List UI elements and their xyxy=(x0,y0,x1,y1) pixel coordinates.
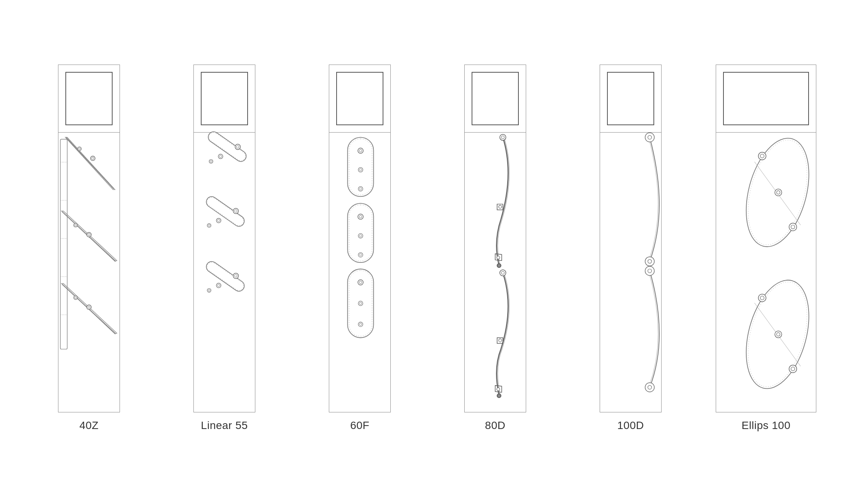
svg-point-57 xyxy=(359,254,362,256)
product-grid: 40Z xyxy=(21,49,834,455)
label-80d: 80D xyxy=(485,419,506,432)
svg-point-5 xyxy=(88,233,90,236)
svg-point-103 xyxy=(776,333,780,336)
svg-point-7 xyxy=(75,224,77,226)
svg-point-31 xyxy=(217,220,220,222)
svg-point-92 xyxy=(760,154,764,158)
svg-point-83 xyxy=(648,259,652,263)
svg-rect-26 xyxy=(204,194,246,228)
item-col-40z: 40Z xyxy=(21,65,157,432)
label-40z: 40Z xyxy=(79,419,99,432)
svg-point-79 xyxy=(497,394,501,398)
card-linear55 xyxy=(193,65,255,412)
svg-point-76 xyxy=(501,271,504,274)
label-100d: 100D xyxy=(617,419,644,432)
svg-point-55 xyxy=(359,235,362,237)
item-col-60f: 60F xyxy=(292,65,428,432)
item-col-ellips100: Ellips 100 xyxy=(698,65,834,432)
drawing-80d xyxy=(465,65,526,412)
svg-point-78 xyxy=(497,388,500,391)
card-40z xyxy=(58,65,120,412)
card-60f xyxy=(329,65,391,412)
svg-point-69 xyxy=(501,136,504,139)
svg-point-1 xyxy=(92,157,94,160)
svg-point-65 xyxy=(359,323,362,325)
svg-point-70 xyxy=(499,205,502,208)
svg-point-101 xyxy=(760,296,764,300)
svg-point-47 xyxy=(359,169,362,171)
card-100d xyxy=(600,65,662,412)
svg-point-11 xyxy=(75,297,77,299)
svg-point-71 xyxy=(497,256,500,259)
svg-point-29 xyxy=(234,209,237,212)
svg-point-61 xyxy=(359,281,362,284)
svg-point-41 xyxy=(208,289,210,291)
svg-point-96 xyxy=(791,225,795,229)
drawing-60f xyxy=(329,65,390,412)
label-60f: 60F xyxy=(350,419,369,432)
svg-point-21 xyxy=(236,146,239,148)
svg-point-94 xyxy=(776,191,780,194)
svg-point-23 xyxy=(219,155,222,158)
label-ellips100: Ellips 100 xyxy=(742,419,790,432)
svg-point-45 xyxy=(359,149,362,152)
svg-rect-34 xyxy=(204,259,246,293)
svg-point-87 xyxy=(648,385,652,389)
svg-point-37 xyxy=(234,274,237,277)
drawing-ellips100 xyxy=(716,65,816,412)
svg-rect-12 xyxy=(60,139,67,349)
svg-point-25 xyxy=(210,160,212,162)
svg-point-3 xyxy=(79,148,80,150)
svg-point-33 xyxy=(208,225,210,226)
svg-point-77 xyxy=(499,339,502,342)
item-col-80d: 80D xyxy=(428,65,563,432)
svg-point-72 xyxy=(497,264,501,267)
svg-point-63 xyxy=(359,302,362,305)
svg-point-39 xyxy=(217,284,220,287)
item-col-100d: 100D xyxy=(563,65,698,432)
drawing-linear55 xyxy=(194,65,255,412)
svg-point-85 xyxy=(648,269,652,273)
card-80d xyxy=(464,65,526,412)
drawing-100d xyxy=(600,65,661,412)
drawing-40z xyxy=(58,65,120,412)
svg-point-105 xyxy=(791,367,795,371)
card-ellips100 xyxy=(716,65,816,412)
svg-point-9 xyxy=(88,306,90,308)
svg-point-81 xyxy=(648,135,652,139)
svg-rect-18 xyxy=(206,129,248,163)
item-col-linear55: Linear 55 xyxy=(157,65,292,432)
label-linear55: Linear 55 xyxy=(201,419,248,432)
svg-point-53 xyxy=(359,215,362,218)
svg-point-49 xyxy=(359,188,362,190)
